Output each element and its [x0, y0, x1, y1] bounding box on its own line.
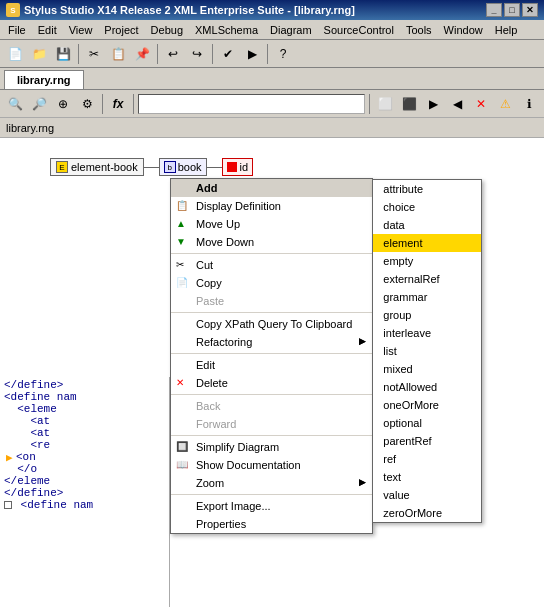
- cm-paste-label: Paste: [196, 295, 224, 307]
- cm-display-def[interactable]: 📋 Display Definition: [171, 197, 372, 215]
- menu-xmlschema[interactable]: XMLSchema: [189, 22, 264, 38]
- sm-optional[interactable]: optional: [373, 414, 481, 432]
- sm-oneormore[interactable]: oneOrMore: [373, 396, 481, 414]
- cm-cut[interactable]: ✂ Cut: [171, 256, 372, 274]
- paste-button[interactable]: 📌: [131, 43, 153, 65]
- sm-text[interactable]: text: [373, 468, 481, 486]
- formula-bar[interactable]: [138, 94, 365, 114]
- cm-simplify[interactable]: 🔲 Simplify Diagram: [171, 438, 372, 456]
- sm-interleave[interactable]: interleave: [373, 324, 481, 342]
- sm-data[interactable]: data: [373, 216, 481, 234]
- cm-move-down[interactable]: ▼ Move Down: [171, 233, 372, 251]
- menu-tools[interactable]: Tools: [400, 22, 438, 38]
- warning-btn[interactable]: ⚠: [494, 93, 516, 115]
- tool1-btn[interactable]: ⬜: [374, 93, 396, 115]
- menu-diagram[interactable]: Diagram: [264, 22, 318, 38]
- menu-debug[interactable]: Debug: [145, 22, 189, 38]
- zoom-in-btn[interactable]: 🔍: [4, 93, 26, 115]
- sep-cut: [171, 253, 372, 254]
- cm-zoom[interactable]: Zoom ▶: [171, 474, 372, 492]
- sm-text-label: text: [383, 471, 401, 483]
- cm-paste: Paste: [171, 292, 372, 310]
- menu-file[interactable]: File: [2, 22, 32, 38]
- cm-display-def-label: Display Definition: [196, 200, 281, 212]
- tool2-btn[interactable]: ⬛: [398, 93, 420, 115]
- sm-notallowed[interactable]: notAllowed: [373, 378, 481, 396]
- sm-parentref[interactable]: parentRef: [373, 432, 481, 450]
- schema-btn[interactable]: ⚙: [76, 93, 98, 115]
- validate-button[interactable]: ✔: [217, 43, 239, 65]
- cm-refactoring[interactable]: Refactoring ▶: [171, 333, 372, 351]
- sm-mixed[interactable]: mixed: [373, 360, 481, 378]
- save-button[interactable]: 💾: [52, 43, 74, 65]
- sm-parentref-label: parentRef: [383, 435, 431, 447]
- diagram-area[interactable]: E element-book b book id Add 📋 Display D…: [0, 138, 544, 607]
- maximize-button[interactable]: □: [504, 3, 520, 17]
- arrow-icon: ▶: [6, 451, 13, 464]
- cm-show-doc[interactable]: 📖 Show Documentation: [171, 456, 372, 474]
- cm-export-img-label: Export Image...: [196, 500, 271, 512]
- id-node[interactable]: id: [222, 158, 254, 176]
- sm-list[interactable]: list: [373, 342, 481, 360]
- sm-choice[interactable]: choice: [373, 198, 481, 216]
- copy-button[interactable]: 📋: [107, 43, 129, 65]
- sm-zeroormore[interactable]: zeroOrMore: [373, 504, 481, 522]
- close-button[interactable]: ✕: [522, 3, 538, 17]
- sm-attribute[interactable]: attribute: [373, 180, 481, 198]
- undo-button[interactable]: ↩: [162, 43, 184, 65]
- tool4-btn[interactable]: ◀: [446, 93, 468, 115]
- zoom-out-btn[interactable]: 🔎: [28, 93, 50, 115]
- show-doc-icon: 📖: [176, 459, 188, 470]
- open-button[interactable]: 📁: [28, 43, 50, 65]
- sm-attribute-label: attribute: [383, 183, 423, 195]
- minimize-button[interactable]: _: [486, 3, 502, 17]
- sm-interleave-label: interleave: [383, 327, 431, 339]
- cm-delete[interactable]: ✕ Delete: [171, 374, 372, 392]
- sep-edit: [171, 353, 372, 354]
- expand-square[interactable]: [4, 501, 12, 509]
- sm-externalref[interactable]: externalRef: [373, 270, 481, 288]
- sm-externalref-label: externalRef: [383, 273, 439, 285]
- sm-empty[interactable]: empty: [373, 252, 481, 270]
- cm-copy-xpath[interactable]: Copy XPath Query To Clipboard: [171, 315, 372, 333]
- help-button[interactable]: ?: [272, 43, 294, 65]
- cm-copy[interactable]: 📄 Copy: [171, 274, 372, 292]
- menu-sourcecontrol[interactable]: SourceControl: [318, 22, 400, 38]
- run-button[interactable]: ▶: [241, 43, 263, 65]
- sm-ref[interactable]: ref: [373, 450, 481, 468]
- info-btn[interactable]: ℹ: [518, 93, 540, 115]
- sm-group[interactable]: group: [373, 306, 481, 324]
- tool3-btn[interactable]: ▶: [422, 93, 444, 115]
- sm-grammar[interactable]: grammar: [373, 288, 481, 306]
- menu-edit[interactable]: Edit: [32, 22, 63, 38]
- redo-button[interactable]: ↪: [186, 43, 208, 65]
- new-button[interactable]: 📄: [4, 43, 26, 65]
- menu-help[interactable]: Help: [489, 22, 524, 38]
- cm-move-up[interactable]: ▲ Move Up: [171, 215, 372, 233]
- context-menu: Add 📋 Display Definition ▲ Move Up ▼ Mov…: [170, 178, 373, 534]
- window-controls[interactable]: _ □ ✕: [486, 3, 538, 17]
- sm-choice-label: choice: [383, 201, 415, 213]
- add-submenu: attribute choice data element empty exte…: [372, 179, 482, 523]
- menu-window[interactable]: Window: [438, 22, 489, 38]
- cm-export-img[interactable]: Export Image...: [171, 497, 372, 515]
- menu-view[interactable]: View: [63, 22, 99, 38]
- cut-button[interactable]: ✂: [83, 43, 105, 65]
- fx-btn[interactable]: fx: [107, 93, 129, 115]
- menu-project[interactable]: Project: [98, 22, 144, 38]
- expand-btn[interactable]: ⊕: [52, 93, 74, 115]
- sm-element[interactable]: element: [373, 234, 481, 252]
- element-book-node[interactable]: E element-book: [50, 158, 144, 176]
- connector1: [144, 167, 159, 168]
- code-line-6: <re: [4, 439, 165, 451]
- cm-properties[interactable]: Properties: [171, 515, 372, 533]
- book-node[interactable]: b book: [159, 158, 207, 176]
- sm-value[interactable]: value: [373, 486, 481, 504]
- refactoring-arrow: ▶: [359, 336, 366, 346]
- cm-delete-label: Delete: [196, 377, 228, 389]
- delete-icon-btn[interactable]: ✕: [470, 93, 492, 115]
- cm-edit[interactable]: Edit: [171, 356, 372, 374]
- cm-edit-label: Edit: [196, 359, 215, 371]
- cm-add[interactable]: Add: [171, 179, 372, 197]
- tab-library-rng[interactable]: library.rng: [4, 70, 84, 89]
